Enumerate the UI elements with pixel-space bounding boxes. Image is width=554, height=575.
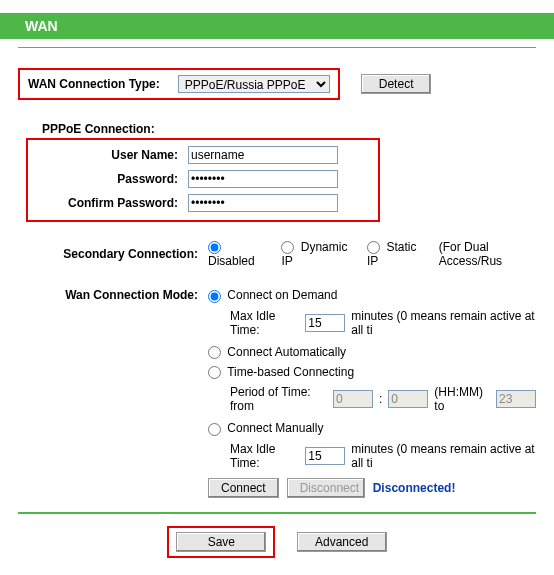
label-password: Password: [38, 172, 188, 186]
highlight-save: Save [167, 526, 275, 558]
divider-bottom [18, 512, 536, 514]
period-from-m [388, 390, 428, 408]
confirm-password-input[interactable] [188, 194, 338, 212]
radio-manual[interactable]: Connect Manually [208, 421, 323, 435]
period-fmt: (HH:MM) to [434, 385, 490, 413]
max-idle-input-2[interactable] [305, 447, 345, 465]
label-period: Period of Time: from [230, 385, 327, 413]
label-max-idle-1: Max Idle Time: [230, 309, 299, 337]
radio-static[interactable]: Static IP [367, 240, 421, 268]
advanced-button[interactable]: Advanced [297, 532, 387, 552]
label-connection-type: WAN Connection Type: [28, 77, 160, 91]
radio-disabled[interactable]: Disabled [208, 240, 263, 268]
connection-status: Disconnected! [373, 481, 456, 495]
disconnect-button: Disconnect [287, 478, 365, 498]
period-from-h [333, 390, 373, 408]
username-input[interactable] [188, 146, 338, 164]
max-idle-input-1[interactable] [305, 314, 345, 332]
password-input[interactable] [188, 170, 338, 188]
save-button[interactable]: Save [176, 532, 266, 552]
secondary-note: (For Dual Access/Rus [439, 240, 536, 268]
select-connection-type[interactable]: PPPoE/Russia PPPoE [178, 75, 330, 93]
label-username: User Name: [38, 148, 188, 162]
radio-auto[interactable]: Connect Automatically [208, 345, 346, 359]
pppoe-section-title: PPPoE Connection: [42, 122, 536, 136]
suffix-max-idle-2: minutes (0 means remain active at all ti [351, 442, 536, 470]
page-header: WAN [0, 13, 554, 39]
period-sep: : [379, 392, 382, 406]
label-max-idle-2: Max Idle Time: [230, 442, 299, 470]
connect-button[interactable]: Connect [208, 478, 279, 498]
radio-time-based[interactable]: Time-based Connecting [208, 365, 354, 379]
label-secondary-connection: Secondary Connection: [18, 247, 208, 261]
radio-dynamic[interactable]: Dynamic IP [281, 240, 349, 268]
label-connection-mode: Wan Connection Mode: [18, 288, 208, 302]
period-to-h [496, 390, 536, 408]
radio-on-demand[interactable]: Connect on Demand [208, 288, 337, 302]
label-confirm-password: Confirm Password: [38, 196, 188, 210]
detect-button[interactable]: Detect [361, 74, 431, 94]
highlight-connection-type: WAN Connection Type: PPPoE/Russia PPPoE [18, 68, 340, 100]
page-title: WAN [25, 18, 58, 34]
highlight-credentials: User Name: Password: Confirm Password: [26, 138, 380, 222]
suffix-max-idle-1: minutes (0 means remain active at all ti [351, 309, 536, 337]
